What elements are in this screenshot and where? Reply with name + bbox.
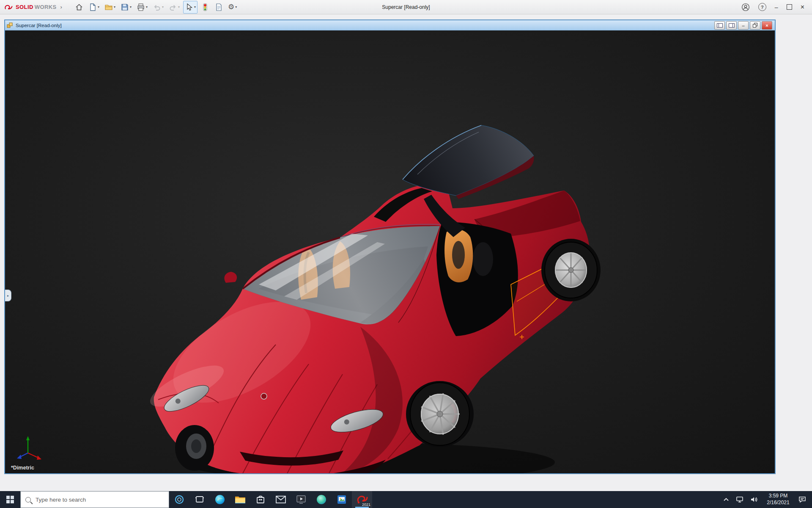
file-properties-button[interactable] [213, 1, 225, 14]
taskbar-clock[interactable]: 3:59 PM 2/16/2021 [765, 493, 792, 506]
windows-taskbar: 2021 3:59 PM 2/16/2021 [0, 491, 812, 508]
document-window-titlebar[interactable]: Supercar [Read-only] – [5, 20, 775, 30]
document-minimize-button[interactable]: – [738, 21, 749, 30]
document-window-title: Supercar [Read-only] [16, 23, 62, 28]
undo-button[interactable]: ▾ [151, 1, 165, 14]
tray-expand-chevron-icon[interactable] [723, 497, 729, 502]
select-cursor-icon [185, 3, 193, 11]
car-wheel-front [406, 381, 474, 447]
assembly-document-icon [7, 22, 13, 28]
taskbar-item-task-view[interactable] [189, 491, 210, 508]
car-model [5, 30, 775, 473]
clock-time: 3:59 PM [765, 493, 792, 500]
restore-icon [753, 23, 757, 28]
view-orientation-label: *Dimetric [11, 465, 34, 471]
document-window-controls: – × [714, 21, 773, 30]
taskbar-item-media-player[interactable] [291, 491, 311, 508]
minimize-button[interactable]: – [775, 4, 778, 10]
print-button[interactable]: ▾ [135, 1, 149, 14]
brand-text-solid: SOLID [16, 4, 33, 10]
document-close-button[interactable]: × [762, 21, 772, 30]
media-player-icon [296, 495, 306, 504]
pane-split-left-button[interactable] [714, 21, 725, 30]
volume-icon[interactable] [750, 496, 758, 503]
open-folder-icon [104, 3, 113, 11]
edge-dev-icon [316, 494, 327, 505]
save-button[interactable]: ▾ [119, 1, 133, 14]
hood-badge [261, 393, 267, 399]
solidworks-version-badge: 2021 [362, 502, 370, 507]
taskbar-item-solidworks[interactable]: 2021 [352, 491, 372, 508]
options-button[interactable]: ⚙ ▾ [226, 1, 239, 14]
chevron-down-icon[interactable]: ▾ [114, 5, 115, 9]
app-title: Supercar [Read-only] [382, 0, 430, 14]
start-button[interactable] [0, 491, 20, 508]
action-center-icon[interactable] [798, 496, 806, 503]
taskbar-item-cortana[interactable] [169, 491, 189, 508]
help-icon[interactable]: ? [758, 3, 766, 11]
taskbar-search[interactable] [20, 491, 169, 508]
taskbar-item-store[interactable] [250, 491, 271, 508]
document-window: Supercar [Read-only] – [4, 19, 776, 474]
chevron-down-icon[interactable]: ▾ [194, 5, 196, 9]
feature-manager-flyout-tab[interactable]: ▸ [5, 290, 11, 301]
orientation-triad [14, 435, 46, 461]
taskbar-item-file-explorer[interactable] [230, 491, 250, 508]
pane-split-right-icon [729, 23, 735, 28]
side-mirror [224, 272, 237, 283]
clock-date: 2/16/2021 [765, 500, 792, 506]
taskbar-item-edge[interactable] [210, 491, 230, 508]
home-button[interactable] [73, 1, 85, 14]
pane-split-left-icon [717, 23, 723, 28]
chevron-down-icon[interactable]: ▾ [162, 5, 164, 9]
taskbar-item-photos[interactable] [332, 491, 352, 508]
titlebar-controls: ? – × [741, 3, 812, 11]
flyout-arrow-icon: ▸ [7, 294, 9, 298]
document-restore-button[interactable] [750, 21, 760, 30]
save-icon [121, 3, 129, 11]
chevron-down-icon[interactable]: ▾ [130, 5, 132, 9]
store-icon [255, 494, 266, 505]
search-icon [25, 497, 31, 502]
file-properties-icon [214, 3, 223, 11]
mail-icon [276, 496, 286, 503]
solidworks-logo: SOLIDWORKS › [0, 3, 62, 11]
close-button[interactable]: × [801, 4, 804, 11]
brand-text-works: WORKS [35, 4, 57, 10]
brand-expand-arrow[interactable]: › [60, 4, 62, 10]
car-wheel-front-left [175, 425, 214, 471]
home-icon [75, 3, 83, 11]
search-input[interactable] [35, 496, 164, 503]
taskbar-item-mail[interactable] [271, 491, 291, 508]
new-document-icon [88, 3, 97, 11]
taskbar-item-edge-dev[interactable] [311, 491, 332, 508]
windows-logo-icon [6, 496, 14, 503]
cortana-icon [174, 494, 184, 505]
print-icon [137, 3, 145, 11]
open-button[interactable]: ▾ [103, 1, 117, 14]
chevron-down-icon[interactable]: ▾ [146, 5, 148, 9]
pane-split-right-button[interactable] [726, 21, 737, 30]
new-document-button[interactable]: ▾ [87, 1, 101, 14]
undo-icon [153, 3, 161, 11]
edge-icon [214, 494, 225, 505]
network-icon[interactable] [736, 496, 743, 503]
redo-button[interactable]: ▾ [167, 1, 181, 14]
system-tray: 3:59 PM 2/16/2021 [717, 491, 812, 508]
select-button[interactable]: ▾ [183, 1, 198, 14]
rebuild-button[interactable] [199, 1, 211, 14]
app-client-area: Supercar [Read-only] – [0, 14, 812, 491]
car-wheel-rear [541, 239, 601, 301]
dassault-swoosh-icon [4, 3, 14, 11]
app-titlebar: SOLIDWORKS › ▾ ▾ [0, 0, 812, 14]
task-view-icon [195, 495, 204, 504]
rebuild-icon [201, 3, 209, 11]
graphics-viewport[interactable]: *Dimetric ▸ [5, 30, 775, 473]
gear-icon: ⚙ [228, 3, 234, 11]
chevron-down-icon[interactable]: ▾ [235, 5, 237, 9]
maximize-button[interactable] [787, 4, 792, 10]
account-icon[interactable] [741, 3, 750, 11]
file-explorer-icon [235, 495, 246, 504]
chevron-down-icon[interactable]: ▾ [178, 5, 180, 9]
chevron-down-icon[interactable]: ▾ [98, 5, 99, 9]
